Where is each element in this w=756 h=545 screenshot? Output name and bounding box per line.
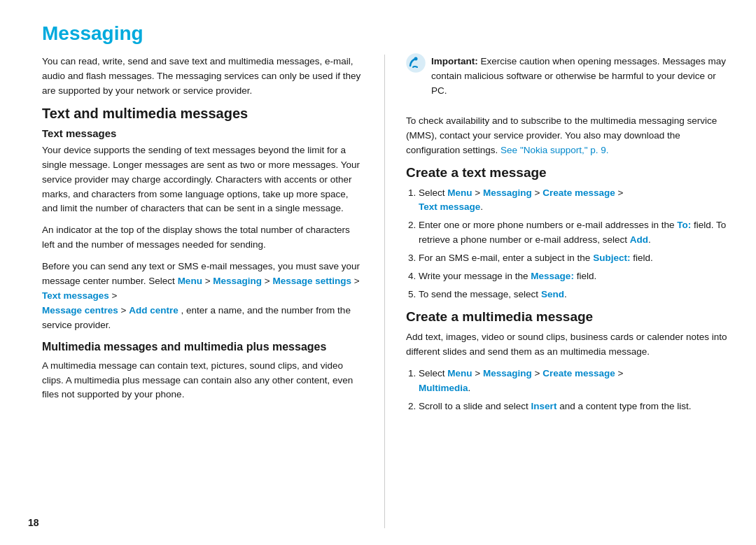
step4-message: Message: [531,271,574,281]
svg-point-1 [414,57,418,61]
intro-paragraph: You can read, write, send and save text … [42,55,363,99]
svg-point-0 [407,54,425,72]
mms-para: To check availability and to subscribe t… [406,114,728,158]
step1-messaging: Messaging [483,187,532,198]
step1-menu: Menu [447,187,472,198]
important-icon [406,53,426,73]
create-text-step5: To send the message, select Send. [419,288,728,302]
step3-post: field. [633,253,653,263]
para3-centres: Message centres [42,305,118,316]
mm-step2-post: and a content type from the list. [559,401,691,411]
step5-pre: To send the message, select [419,289,538,299]
right-column: Important: Exercise caution when opening… [385,55,728,528]
important-bold: Important: [431,56,478,66]
mm-step2-pre: Scroll to a slide and select [419,401,528,411]
important-text: Important: Exercise caution when opening… [431,55,728,99]
step2-add: Add [630,234,648,245]
create-multimedia-step1: Select Menu > Messaging > Create message… [419,367,728,396]
mm-step1-create: Create message [542,368,615,378]
para3-menu: Menu [178,276,202,286]
step2-to: To: [677,220,691,230]
mm-step1-messaging: Messaging [483,368,532,378]
text-messages-para2: An indicator at the top of the display s… [42,223,363,253]
para3-text: Text messages [42,290,109,301]
mm-step1-multimedia: Multimedia [419,383,468,393]
multimedia-messages-para1: A multimedia message can contain text, p… [42,359,363,403]
page-title: Messaging [42,22,728,45]
mms-link[interactable]: See "Nokia support," p. 9. [500,145,608,155]
section-title-create-multimedia: Create a multimedia message [406,309,728,325]
text-messages-para1: Your device supports the sending of text… [42,143,363,217]
create-text-steps: Select Menu > Messaging > Create message… [419,186,728,302]
create-text-step2: Enter one or more phone numbers or e-mai… [419,218,728,248]
create-text-step4: Write your message in the Message: field… [419,269,728,284]
step2-text: Enter one or more phone numbers or e-mai… [419,220,674,230]
para3-gt2: > [265,276,273,286]
step4-pre: Write your message in the [419,271,528,281]
section-title-create-text: Create a text message [406,165,728,181]
step4-post: field. [577,271,597,281]
mm-step1-pre: Select [419,368,445,378]
mm-step2-insert: Insert [531,401,557,411]
important-notice: Important: Exercise caution when opening… [406,55,728,106]
para3-messaging: Messaging [213,276,262,286]
para3-gt3: > [354,276,360,286]
step1-pre: Select [419,187,445,198]
para3-gt1: > [205,276,214,286]
step1-text: Text message [419,201,480,212]
para3-add: Add centre [129,305,178,316]
para3-gt5: > [121,305,130,316]
create-multimedia-step2: Scroll to a slide and select Insert and … [419,399,728,414]
create-multimedia-intro: Add text, images, video or sound clips, … [406,330,728,360]
para3-gt4: > [112,290,118,301]
page-number: 18 [28,517,39,528]
create-text-step1: Select Menu > Messaging > Create message… [419,186,728,215]
text-messages-para3: Before you can send any text or SMS e-ma… [42,260,363,333]
left-column: You can read, write, send and save text … [42,55,385,528]
mm-step1-menu: Menu [447,368,472,378]
step1-create: Create message [542,187,615,198]
para3-settings: Message settings [272,276,351,286]
step3-subject: Subject: [593,253,630,263]
create-text-step3: For an SMS e-mail, enter a subject in th… [419,251,728,266]
section-title-multimedia-messages: Multimedia messages and multimedia plus … [42,340,363,355]
section-title-text-multimedia: Text and multimedia messages [42,106,363,122]
step3-pre: For an SMS e-mail, enter a subject in th… [419,253,590,263]
step5-send: Send [541,289,564,299]
page: Messaging You can read, write, send and … [0,0,756,545]
two-column-layout: You can read, write, send and save text … [42,55,728,528]
create-multimedia-steps: Select Menu > Messaging > Create message… [419,367,728,414]
section-title-text-messages: Text messages [42,127,363,139]
